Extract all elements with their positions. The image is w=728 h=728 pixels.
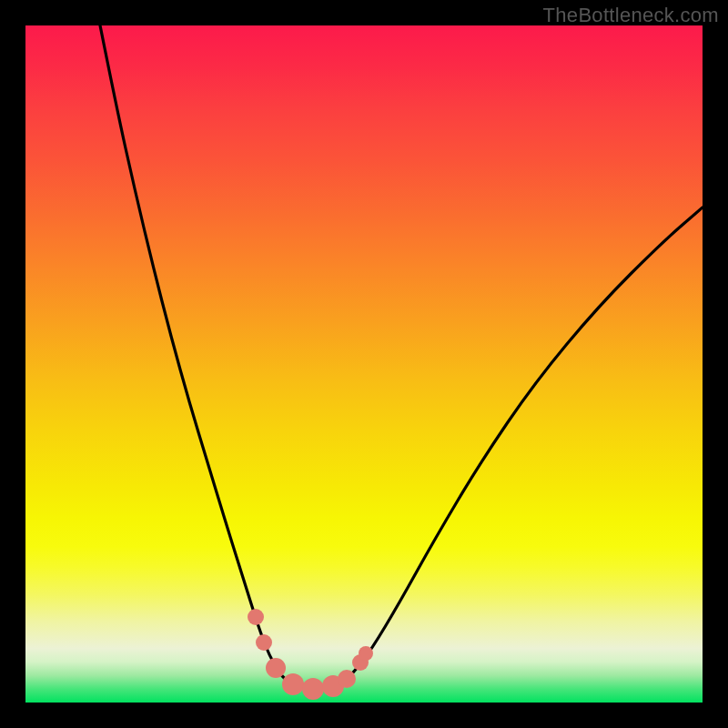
chart-frame: TheBottleneck.com — [0, 0, 728, 728]
curve-marker — [266, 658, 286, 678]
curve-path — [98, 25, 703, 689]
curve-marker — [302, 678, 324, 700]
curve-marker — [338, 670, 356, 688]
watermark-text: TheBottleneck.com — [543, 4, 719, 27]
curve-layer — [25, 25, 703, 703]
curve-marker — [256, 634, 272, 651]
curve-marker — [248, 609, 264, 625]
curve-marker — [359, 646, 373, 661]
curve-markers — [248, 609, 373, 700]
plot-area — [25, 25, 703, 703]
bottleneck-curve — [98, 25, 703, 689]
curve-marker — [282, 673, 304, 695]
